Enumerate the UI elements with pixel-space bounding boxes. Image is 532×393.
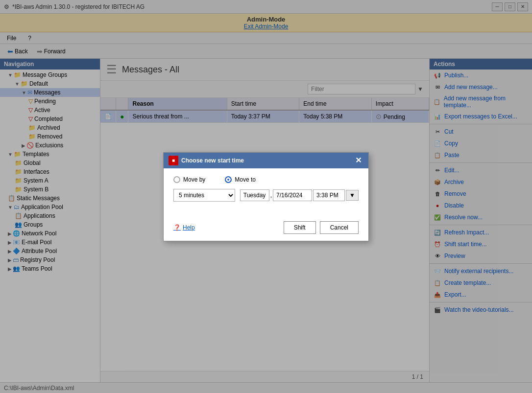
radio-move-by[interactable]: Move by bbox=[173, 176, 205, 183]
move-by-label: Move by bbox=[183, 176, 205, 183]
radio-circle-move-to bbox=[225, 176, 232, 183]
modal-title-text: Choose new start time bbox=[181, 157, 244, 164]
date-input[interactable] bbox=[273, 189, 312, 201]
modal-overlay[interactable]: ■ Choose new start time ✕ Move by Move t… bbox=[0, 0, 532, 393]
modal-close-button[interactable]: ✕ bbox=[353, 157, 363, 164]
shift-button[interactable]: Shift bbox=[284, 221, 316, 234]
input-row: 5 minutes 10 minutes 15 minutes 30 minut… bbox=[173, 189, 359, 202]
modal-title-row: ■ Choose new start time bbox=[169, 156, 244, 165]
day-input[interactable] bbox=[240, 189, 269, 201]
date-separator: , bbox=[270, 192, 272, 199]
modal-titlebar: ■ Choose new start time ✕ bbox=[164, 153, 368, 168]
move-to-label: Move to bbox=[235, 176, 256, 183]
radio-options: Move by Move to bbox=[173, 176, 359, 183]
move-by-select[interactable]: 5 minutes 10 minutes 15 minutes 30 minut… bbox=[173, 189, 235, 202]
modal-footer: ❓ Help Shift Cancel bbox=[164, 217, 368, 241]
help-icon: ❓ bbox=[173, 224, 181, 231]
modal-buttons: Shift Cancel bbox=[284, 221, 359, 234]
help-label: Help bbox=[183, 224, 195, 231]
time-input[interactable] bbox=[313, 189, 345, 201]
radio-circle-move-by bbox=[173, 176, 180, 183]
modal-dialog: ■ Choose new start time ✕ Move by Move t… bbox=[163, 152, 369, 241]
help-link[interactable]: ❓ Help bbox=[173, 224, 195, 231]
modal-body: Move by Move to 5 minutes 10 minutes 15 … bbox=[164, 168, 368, 217]
cancel-button[interactable]: Cancel bbox=[320, 221, 359, 234]
calendar-button[interactable]: ▼ bbox=[346, 190, 359, 201]
modal-title-icon: ■ bbox=[169, 156, 178, 165]
radio-move-to[interactable]: Move to bbox=[225, 176, 256, 183]
datetime-group: , ▼ bbox=[240, 189, 359, 201]
